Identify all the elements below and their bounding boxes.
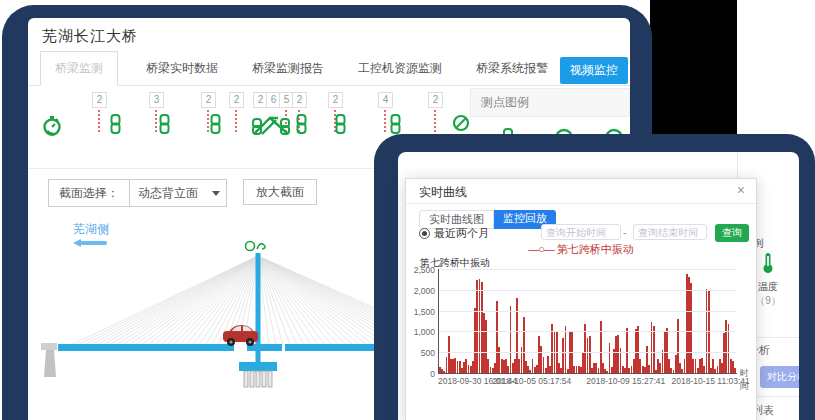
sensor-dotted-line: [235, 110, 237, 132]
search-button[interactable]: 查询: [715, 224, 749, 242]
tab-realtime-data[interactable]: 桥梁实时数据: [140, 52, 224, 85]
legend-label: 第七跨桥中振动: [557, 243, 634, 255]
link-sensor-icon[interactable]: [295, 114, 308, 138]
video-monitor-button[interactable]: 视频监控: [560, 57, 628, 84]
dialog-title: 实时曲线: [419, 184, 467, 201]
sensor-count-badge: 2: [92, 92, 107, 108]
dialog-titlebar: 实时曲线 ×: [406, 179, 756, 204]
section-select-dropdown[interactable]: 动态背立面: [130, 180, 226, 206]
link-sensor-icon[interactable]: [209, 114, 222, 138]
chart-plot-area: 2,5002,0001,5001,0005000: [438, 269, 737, 374]
tab-bridge-monitor[interactable]: 桥梁监测: [40, 51, 118, 86]
link-sensor-icon[interactable]: [334, 114, 347, 138]
sensor-count-badge: 2: [292, 92, 307, 108]
sensor-dotted-line: [434, 110, 436, 132]
radio-label: 最近两个月: [434, 226, 489, 241]
sensor-count-badge: 2: [201, 92, 216, 108]
link-sensor-icon[interactable]: [109, 114, 122, 138]
y-axis-tick-label: 0: [395, 369, 435, 379]
section-select-group: 截面选择： 动态背立面: [48, 179, 227, 207]
radio-last-two-months[interactable]: [419, 228, 430, 239]
gridline: [439, 311, 737, 312]
page-title: 芜湖长江大桥: [42, 27, 138, 46]
y-axis-tick-label: 2,000: [395, 286, 435, 296]
car: [223, 325, 258, 346]
sensor-count-badge: 4: [378, 92, 393, 108]
sensor-count-badge: 2: [328, 92, 343, 108]
y-axis-tick-label: 1,500: [395, 307, 435, 317]
x-axis-tick-label: 2018-10-09 15:27:41: [586, 376, 665, 386]
zoom-section-button[interactable]: 放大截面: [243, 179, 317, 205]
y-axis-tick-label: 2,500: [395, 265, 435, 275]
bar: [653, 326, 655, 373]
gridline: [439, 331, 737, 332]
screen: 芜湖长江大桥 桥梁监测 桥梁实时数据 桥梁监测报告 工控机资源监测 桥梁系统报警…: [0, 0, 815, 420]
section-select-value: 动态背立面: [138, 186, 198, 200]
tab-system-alarm[interactable]: 桥梁系统报警: [470, 52, 554, 85]
tower-sensor-icons[interactable]: [246, 242, 266, 251]
legend-marker: —○—: [528, 243, 554, 255]
x-axis-tick-label: 2018-10-05 05:17:54: [492, 376, 571, 386]
bridge-tower: [256, 253, 261, 373]
tower-sensor-group-icon[interactable]: [250, 114, 292, 140]
section-controls: 截面选择： 动态背立面 放大截面: [48, 179, 317, 205]
sensor-dotted-line: [98, 110, 100, 132]
y-axis-tick-label: 500: [395, 348, 435, 358]
bridge-piles: [244, 371, 272, 387]
bridge-deck: [58, 344, 234, 351]
sensor-count-badge: 2: [229, 92, 244, 108]
thermometer-icon: [761, 252, 775, 274]
bar: [734, 368, 736, 373]
sensor-dotted-line: [384, 110, 386, 132]
bridge-abutment: [41, 343, 57, 377]
bar: [565, 326, 567, 373]
bar: [626, 328, 628, 373]
chart-legend[interactable]: —○— 第七跨桥中振动: [406, 242, 756, 257]
sensor-count-badge: 2: [428, 92, 443, 108]
gridline: [439, 269, 737, 270]
legend-panel-title: 测点图例: [470, 88, 630, 117]
sensor-count-badge: 3: [149, 92, 164, 108]
compare-analysis-button[interactable]: 对比分析: [760, 366, 799, 388]
realtime-curve-dialog: 实时曲线 × 实时曲线图 监控回放 最近两个月 - 查询 —○— 第七跨桥中振动…: [405, 178, 757, 420]
stopwatch-icon[interactable]: [42, 114, 62, 140]
tab-monitor-report[interactable]: 桥梁监测报告: [246, 52, 330, 85]
query-start-time-input[interactable]: [541, 224, 621, 240]
gridline: [439, 290, 737, 291]
chart-bars: [439, 269, 737, 373]
tab-ipc-resource[interactable]: 工控机资源监测: [352, 52, 448, 85]
section-select-label: 截面选择：: [49, 180, 130, 206]
background-black-area: [650, 0, 737, 145]
ban-icon[interactable]: [452, 114, 470, 136]
query-filter-row: 最近两个月 - 查询: [406, 224, 756, 242]
x-axis-tick-label: 2018-10-15 11:03:41: [672, 376, 750, 386]
chevron-down-icon: [212, 191, 220, 196]
y-axis-tick-label: 1,000: [395, 327, 435, 337]
range-separator: -: [623, 226, 627, 238]
query-end-time-input[interactable]: [633, 224, 707, 240]
link-sensor-icon[interactable]: [158, 114, 171, 138]
close-icon[interactable]: ×: [737, 182, 745, 198]
gridline: [439, 352, 737, 353]
main-tab-bar: 桥梁监测 桥梁实时数据 桥梁监测报告 工控机资源监测 桥梁系统报警: [28, 53, 630, 86]
sensor-dotted-line: [155, 110, 157, 132]
